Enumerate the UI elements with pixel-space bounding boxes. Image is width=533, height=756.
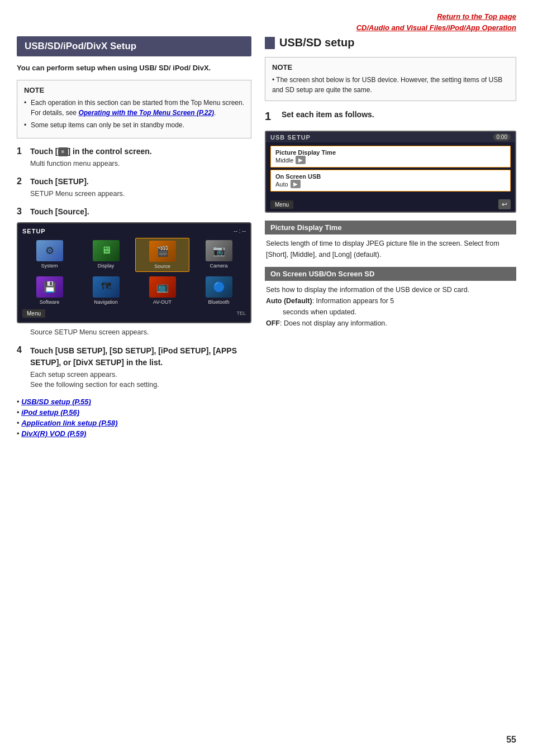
- software-icon-box: 💾: [36, 276, 63, 298]
- right-note-title: NOTE: [272, 63, 509, 71]
- setup-screen-title: SETUP: [22, 228, 46, 235]
- left-section-title: USB/SD/iPod/DivX Setup: [17, 36, 251, 56]
- usbsd-setup-link[interactable]: USB/SD setup (P.55): [21, 398, 91, 406]
- setup-screen-header: SETUP -- : --: [22, 228, 246, 235]
- system-icon-box: ⚙: [36, 240, 63, 261]
- usb-screen-title: USB SETUP: [270, 134, 311, 141]
- setup-icon-bluetooth[interactable]: 🔵 Bluetooth: [192, 274, 246, 307]
- bullet-link-applink: Application link setup (P.58): [17, 419, 251, 427]
- usb-screen-time: 0:00: [493, 133, 511, 141]
- left-note-title: NOTE: [24, 86, 244, 94]
- top-header: Return to the Top page CD/Audio and Visu…: [17, 11, 516, 33]
- step-4-desc1: Each setup screen appears.: [30, 370, 251, 380]
- system-label: System: [41, 263, 58, 269]
- usb-item-1-arrow[interactable]: ▶: [296, 156, 306, 164]
- setup-icon-navigation[interactable]: 🗺 Navigation: [79, 274, 133, 307]
- usb-back-btn[interactable]: ↩: [498, 199, 511, 209]
- usb-item-1-value: Middle ▶: [275, 156, 336, 164]
- right-section-header: USB/SD setup: [265, 36, 516, 49]
- step-3: 3 Touch [Source]. SETUP -- : -- ⚙ System: [17, 207, 251, 337]
- left-note-box: NOTE Each operation in this section can …: [17, 80, 251, 138]
- usb-menu-btn[interactable]: Menu: [270, 200, 293, 209]
- step-3-number: 3: [17, 207, 27, 217]
- setup-tel-label: TEL: [236, 310, 246, 316]
- bullet-link-ipod: iPod setup (P.56): [17, 408, 251, 417]
- left-note-item-1: Each operation in this section can be st…: [24, 98, 244, 118]
- feature-off-desc: : Does not display any information.: [280, 319, 387, 327]
- feature-onscreen-desc: Sets how to display the information of t…: [265, 284, 516, 329]
- camera-label: Camera: [210, 263, 227, 269]
- feature-picture-desc: Selects length of time to display JPEG p…: [265, 238, 516, 260]
- feature-auto-term: Auto (Default): [266, 297, 312, 305]
- usb-item-2-value: Auto ▶: [275, 180, 321, 188]
- right-column: USB/SD setup NOTE The screen shot below …: [265, 36, 516, 336]
- usb-menu-item-2[interactable]: On Screen USB Auto ▶: [270, 170, 511, 192]
- page-number: 55: [506, 735, 516, 745]
- step-3-desc: Source SETUP Menu screen appears.: [30, 328, 251, 338]
- step-4-header: 4 Touch [USB SETUP], [SD SETUP], [iPod S…: [17, 345, 251, 369]
- feature-picture-display: Picture Display Time Selects length of t…: [265, 221, 516, 260]
- step-4: 4 Touch [USB SETUP], [SD SETUP], [iPod S…: [17, 345, 251, 390]
- setup-icons-grid: ⚙ System 🖥 Display 🎬 Source: [22, 238, 246, 307]
- usb-screen-body: Picture Display Time Middle ▶ On Screen …: [266, 142, 515, 197]
- top-menu-link[interactable]: Operating with the Top Menu Screen (P.22…: [78, 109, 214, 117]
- step-2-header: 2 Touch [SETUP].: [17, 176, 251, 188]
- usb-item-2-content: On Screen USB Auto ▶: [275, 173, 321, 188]
- feature-auto-desc-cont: seconds when updated.: [283, 308, 356, 316]
- setup-icon-system[interactable]: ⚙ System: [22, 238, 77, 272]
- ipod-setup-link[interactable]: iPod setup (P.56): [21, 408, 79, 417]
- divx-setup-link[interactable]: DivX(R) VOD (P.59): [21, 429, 86, 438]
- feature-onscreen-usb: On Screen USB/On Screen SD Sets how to d…: [265, 267, 516, 329]
- left-note-item-2-text: Some setup items can only be set in stan…: [31, 121, 184, 129]
- usb-item-2-label: On Screen USB: [275, 173, 321, 180]
- step-1-title: Touch [≡] in the control screen.: [30, 146, 152, 157]
- setup-icon-software[interactable]: 💾 Software: [22, 274, 77, 307]
- page: Return to the Top page CD/Audio and Visu…: [0, 0, 533, 756]
- setup-icon-camera[interactable]: 📷 Camera: [192, 238, 246, 272]
- camera-icon-box: 📷: [206, 240, 232, 261]
- step-1-header: 1 Touch [≡] in the control screen.: [17, 146, 251, 157]
- step-2: 2 Touch [SETUP]. SETUP Menu screen appea…: [17, 176, 251, 199]
- feature-off-term: OFF: [266, 319, 280, 327]
- setup-menu-label[interactable]: Menu: [22, 309, 45, 318]
- right-section-title: USB/SD setup: [279, 36, 354, 49]
- usb-menu-item-1[interactable]: Picture Display Time Middle ▶: [270, 146, 511, 168]
- right-note-text: The screen shot below is for USB device.…: [272, 75, 509, 95]
- setup-icon-source[interactable]: 🎬 Source: [135, 238, 189, 272]
- setup-icon-avout[interactable]: 📺 AV-OUT: [135, 274, 189, 307]
- usb-item-2-arrow[interactable]: ▶: [291, 180, 301, 188]
- right-step-1-title: Set each item as follows.: [282, 110, 374, 119]
- right-section-icon: [265, 37, 275, 49]
- right-step-1-number: 1: [265, 110, 277, 123]
- setup-screen-time: -- : --: [234, 228, 246, 235]
- usb-item-1-label: Picture Display Time: [275, 149, 336, 156]
- left-note-item-1-period: .: [214, 109, 216, 117]
- navigation-icon-box: 🗺: [93, 276, 120, 298]
- intro-text: You can perform setup when using USB/ SD…: [17, 63, 251, 73]
- step-4-number: 4: [17, 345, 27, 355]
- step-3-header: 3 Touch [Source].: [17, 207, 251, 218]
- setup-screen-bottom: Menu TEL: [22, 309, 246, 318]
- step-2-title: Touch [SETUP].: [30, 176, 89, 188]
- left-note-item-2: Some setup items can only be set in stan…: [24, 120, 244, 130]
- step-2-number: 2: [17, 176, 27, 186]
- setup-screen: SETUP -- : -- ⚙ System 🖥 Display: [17, 222, 251, 323]
- applink-setup-link[interactable]: Application link setup (P.58): [21, 419, 117, 427]
- setup-icon-display[interactable]: 🖥 Display: [79, 238, 133, 272]
- feature-auto-desc: : Information appears for 5: [312, 297, 394, 305]
- feature-onscreen-desc-intro: Sets how to display the information of t…: [266, 286, 469, 294]
- step-1-desc: Multi function menu appears.: [30, 159, 251, 169]
- setup-icon: ≡: [58, 147, 68, 156]
- usb-screen-header: USB SETUP 0:00: [266, 132, 515, 142]
- right-note-box: NOTE The screen shot below is for USB de…: [265, 57, 516, 101]
- main-columns: USB/SD/iPod/DivX Setup You can perform s…: [17, 36, 516, 440]
- left-note-list: Each operation in this section can be st…: [24, 98, 244, 130]
- avout-icon-box: 📺: [149, 276, 176, 298]
- subtitle-link[interactable]: CD/Audio and Visual Files/iPod/App Opera…: [17, 22, 516, 34]
- feature-picture-title-bar: Picture Display Time: [265, 221, 516, 235]
- return-to-top-link[interactable]: Return to the Top page: [437, 12, 516, 21]
- feature-onscreen-title: On Screen USB/On Screen SD: [270, 270, 374, 278]
- feature-onscreen-title-bar: On Screen USB/On Screen SD: [265, 267, 516, 281]
- left-column: USB/SD/iPod/DivX Setup You can perform s…: [17, 36, 251, 440]
- bullet-link-divx: DivX(R) VOD (P.59): [17, 429, 251, 438]
